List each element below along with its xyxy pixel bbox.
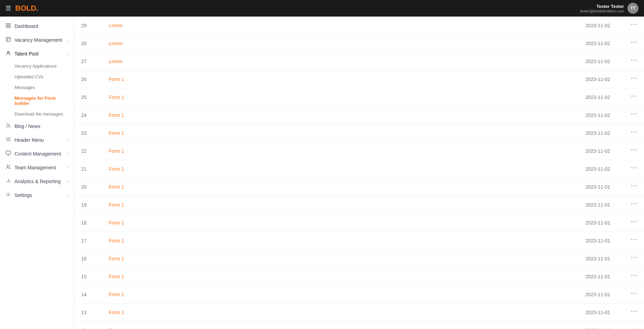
row-actions[interactable]: ⋮ bbox=[624, 268, 644, 286]
row-actions[interactable]: ⋮ bbox=[624, 178, 644, 196]
row-actions[interactable]: ⋮ bbox=[624, 321, 644, 329]
row-actions[interactable]: ⋮ bbox=[624, 70, 644, 88]
row-actions[interactable]: ⋮ bbox=[624, 286, 644, 303]
row-actions-menu-icon[interactable]: ⋮ bbox=[631, 183, 637, 190]
row-actions[interactable]: ⋮ bbox=[624, 303, 644, 321]
row-actions[interactable]: ⋮ bbox=[624, 250, 644, 268]
row-name[interactable]: Form 1 bbox=[102, 303, 306, 321]
row-date: 2023-11-02 bbox=[306, 52, 624, 70]
sidebar-sub-uploaded-cvs[interactable]: Uploaded CVs bbox=[0, 71, 74, 82]
row-name[interactable]: Lorem bbox=[102, 34, 306, 52]
row-name[interactable]: Form 1 bbox=[102, 70, 306, 88]
row-name[interactable]: Form 1 bbox=[102, 124, 306, 142]
row-date: 2023-11-02 bbox=[306, 17, 624, 34]
talent-pool-icon bbox=[6, 50, 11, 57]
row-name[interactable]: Form 1 bbox=[102, 106, 306, 124]
row-id: 20 bbox=[74, 178, 102, 196]
row-name[interactable]: Lorem bbox=[102, 52, 306, 70]
row-actions[interactable]: ⋮ bbox=[624, 214, 644, 232]
user-email: tester@boldidentities.com bbox=[580, 9, 624, 13]
row-actions[interactable]: ⋮ bbox=[624, 142, 644, 160]
sidebar-analytics-reporting-label: Analytics & Reporting bbox=[15, 179, 61, 184]
chevron-right-icon-6: › bbox=[67, 193, 68, 198]
logo-dot: . bbox=[36, 4, 38, 12]
row-actions-menu-icon[interactable]: ⋮ bbox=[631, 219, 637, 226]
row-name[interactable]: Form 1 bbox=[102, 196, 306, 214]
svg-rect-4 bbox=[6, 37, 10, 41]
row-actions-menu-icon[interactable]: ⋮ bbox=[631, 165, 637, 172]
row-date: 2023-11-01 bbox=[306, 286, 624, 303]
row-actions[interactable]: ⋮ bbox=[624, 232, 644, 250]
sidebar-talent-pool-label: Talent Pool bbox=[15, 51, 38, 57]
row-actions-menu-icon[interactable]: ⋮ bbox=[631, 201, 637, 208]
sidebar-item-blog-news[interactable]: Blog / News bbox=[0, 119, 74, 133]
row-date: 2023-11-01 bbox=[306, 321, 624, 329]
sidebar-sub-download-file-messages[interactable]: Download file messages bbox=[0, 109, 74, 119]
svg-rect-1 bbox=[9, 23, 10, 25]
row-actions-menu-icon[interactable]: ⋮ bbox=[631, 57, 637, 64]
row-name[interactable]: Form 1 bbox=[102, 214, 306, 232]
sidebar-item-content-management[interactable]: Content Management › bbox=[0, 147, 74, 161]
row-name[interactable]: Form 1 bbox=[102, 160, 306, 178]
row-date: 2023-11-02 bbox=[306, 106, 624, 124]
row-actions-menu-icon[interactable]: ⋮ bbox=[631, 111, 637, 118]
row-actions-menu-icon[interactable]: ⋮ bbox=[631, 237, 637, 243]
sidebar-item-vacancy-management[interactable]: Vacancy Management › bbox=[0, 33, 74, 47]
row-name[interactable]: Form 1 bbox=[102, 232, 306, 250]
row-name[interactable]: Form 1 bbox=[102, 250, 306, 268]
row-name[interactable]: Form 1 bbox=[102, 178, 306, 196]
sidebar-vacancy-management-label: Vacancy Management bbox=[15, 37, 62, 43]
row-actions[interactable]: ⋮ bbox=[624, 17, 644, 34]
row-actions-menu-icon[interactable]: ⋮ bbox=[631, 147, 637, 154]
row-actions[interactable]: ⋮ bbox=[624, 160, 644, 178]
row-name[interactable]: Form 1 bbox=[102, 88, 306, 106]
row-actions-menu-icon[interactable]: ⋮ bbox=[631, 326, 637, 329]
sidebar-item-analytics-reporting[interactable]: Analytics & Reporting › bbox=[0, 175, 74, 188]
chevron-down-icon: ‹ bbox=[67, 51, 68, 56]
row-actions-menu-icon[interactable]: ⋮ bbox=[631, 255, 637, 261]
sidebar-sub-messages[interactable]: Messages bbox=[0, 82, 74, 93]
row-actions[interactable]: ⋮ bbox=[624, 124, 644, 142]
sidebar-item-settings[interactable]: Settings › bbox=[0, 188, 74, 202]
sidebar-sub-messages-form-builder[interactable]: Messages for Form builder bbox=[0, 93, 74, 109]
talent-pool-submenu: Vacancy Applications Uploaded CVs Messag… bbox=[0, 61, 74, 119]
row-actions-menu-icon[interactable]: ⋮ bbox=[631, 290, 637, 297]
sidebar-settings-label: Settings bbox=[15, 192, 32, 198]
row-actions-menu-icon[interactable]: ⋮ bbox=[631, 39, 637, 46]
avatar[interactable]: TT bbox=[627, 3, 638, 14]
row-date: 2023-11-01 bbox=[306, 232, 624, 250]
row-actions-menu-icon[interactable]: ⋮ bbox=[631, 75, 637, 82]
row-actions[interactable]: ⋮ bbox=[624, 52, 644, 70]
row-actions-menu-icon[interactable]: ⋮ bbox=[631, 129, 637, 136]
sidebar-item-header-menu[interactable]: Header Menu › bbox=[0, 133, 74, 147]
main-content: 29 Lorem 2023-11-02 ⋮ 28 Lorem 2023-11-0… bbox=[74, 17, 644, 329]
sidebar-item-team-management[interactable]: Team Management › bbox=[0, 161, 74, 175]
sidebar-sub-vacancy-applications[interactable]: Vacancy Applications bbox=[0, 61, 74, 71]
sidebar-content-management-label: Content Management bbox=[15, 151, 61, 157]
hamburger-menu[interactable]: ☰ bbox=[6, 4, 11, 12]
row-actions[interactable]: ⋮ bbox=[624, 106, 644, 124]
row-actions[interactable]: ⋮ bbox=[624, 34, 644, 52]
row-date: 2023-11-01 bbox=[306, 196, 624, 214]
row-actions-menu-icon[interactable]: ⋮ bbox=[631, 272, 637, 279]
table-row: 28 Lorem 2023-11-02 ⋮ bbox=[74, 34, 644, 52]
row-name[interactable]: Form 1 bbox=[102, 268, 306, 286]
row-date: 2023-11-01 bbox=[306, 250, 624, 268]
row-name[interactable]: Form 1 bbox=[102, 286, 306, 303]
row-date: 2023-11-02 bbox=[306, 160, 624, 178]
sidebar-item-talent-pool[interactable]: Talent Pool ‹ bbox=[0, 47, 74, 61]
row-id: 18 bbox=[74, 214, 102, 232]
row-name[interactable]: Lorem bbox=[102, 17, 306, 34]
row-actions[interactable]: ⋮ bbox=[624, 196, 644, 214]
table-row: 17 Form 1 2023-11-01 ⋮ bbox=[74, 232, 644, 250]
row-name[interactable]: Form 1 bbox=[102, 142, 306, 160]
row-actions-menu-icon[interactable]: ⋮ bbox=[631, 93, 637, 100]
row-actions-menu-icon[interactable]: ⋮ bbox=[631, 21, 637, 28]
svg-rect-12 bbox=[6, 151, 10, 154]
messages-table: 29 Lorem 2023-11-02 ⋮ 28 Lorem 2023-11-0… bbox=[74, 17, 644, 329]
row-id: 19 bbox=[74, 196, 102, 214]
row-actions[interactable]: ⋮ bbox=[624, 88, 644, 106]
sidebar-item-dashboard[interactable]: Dashboard bbox=[0, 19, 74, 33]
row-name[interactable]: Form 1 bbox=[102, 321, 306, 329]
row-actions-menu-icon[interactable]: ⋮ bbox=[631, 308, 637, 315]
